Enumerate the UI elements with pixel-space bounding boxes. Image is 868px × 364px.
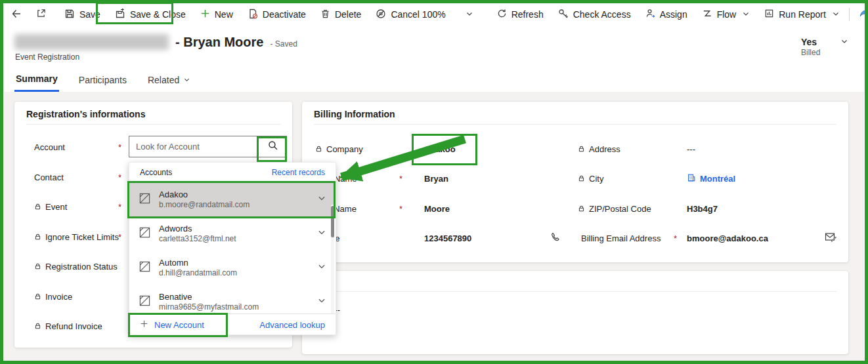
row-firstname-city: First Name * Bryan City Montréal	[302, 165, 848, 192]
account-entity-icon	[139, 294, 151, 310]
run-report-button[interactable]: Run Report	[757, 4, 847, 25]
required-asterisk: *	[399, 204, 402, 214]
save-status: - Saved	[270, 35, 297, 49]
flyout-entity-label: Accounts	[140, 168, 172, 177]
save-icon	[64, 9, 75, 21]
new-label: New	[215, 9, 233, 20]
back-button[interactable]	[4, 4, 29, 25]
required-asterisk: *	[674, 233, 677, 243]
chevron-down-icon	[742, 9, 750, 20]
lookup-result-adwords[interactable]: Adwordscarletta3152@ftml.net	[129, 216, 336, 251]
plus-icon	[140, 319, 148, 330]
row-lastname-zip: Last Name * Moore ZIP/Postal Code H3b4g7	[302, 195, 848, 222]
lock-icon	[315, 145, 322, 153]
chevron-down-icon	[832, 9, 840, 20]
lower-section: ---	[302, 271, 848, 354]
new-button[interactable]: New	[193, 4, 240, 25]
save-and-close-icon	[115, 9, 125, 21]
delete-button[interactable]: Delete	[313, 4, 368, 25]
flyout-scrollbar[interactable]	[331, 205, 334, 313]
refresh-icon	[497, 9, 507, 20]
overflow-menu-button[interactable]	[457, 4, 481, 25]
chevron-down-icon[interactable]	[317, 262, 326, 273]
trash-icon	[320, 9, 330, 21]
city-value-link[interactable]: Montréal	[687, 173, 735, 184]
deactivate-label: Deactivate	[263, 9, 306, 20]
lookup-result-automn[interactable]: Automnd.hill@randatmail.com	[129, 251, 336, 285]
plus-icon	[200, 9, 210, 20]
lock-icon	[34, 203, 41, 211]
app-window: Save Save & Close New Deactivate Delete …	[0, 0, 868, 364]
new-account-button[interactable]: New Account	[140, 319, 204, 330]
building-icon	[687, 173, 696, 184]
email-icon[interactable]	[825, 232, 836, 245]
deactivate-icon	[248, 9, 258, 21]
share-button[interactable]: Share	[852, 4, 868, 25]
section-title: Billing Information	[314, 109, 395, 119]
flow-icon	[702, 9, 712, 20]
billed-value: Yes	[801, 37, 817, 47]
lock-icon	[34, 322, 41, 330]
lookup-result-adakoo[interactable]: Adakoob.moore@randatmail.com	[129, 182, 336, 216]
search-icon	[267, 140, 278, 153]
lookup-search-button[interactable]	[259, 136, 286, 157]
popout-button[interactable]	[29, 4, 53, 25]
save-and-close-button[interactable]: Save & Close	[108, 4, 193, 25]
assign-button[interactable]: Assign	[638, 4, 695, 25]
row-phone-email: Phone 1234567890 Billing Email Address *…	[302, 225, 848, 251]
phone-value: 1234567890	[424, 233, 471, 243]
tab-summary[interactable]: Summary	[14, 72, 59, 92]
required-asterisk: *	[118, 142, 121, 152]
advanced-lookup-link[interactable]: Advanced lookup	[259, 320, 325, 330]
entity-name: Event Registration	[15, 52, 79, 62]
chevron-down-icon[interactable]	[317, 228, 326, 239]
record-header: - Bryan Moore - Saved Event Registration…	[4, 29, 864, 68]
lock-icon	[578, 145, 585, 153]
chevron-down-icon	[840, 37, 848, 47]
required-asterisk: *	[118, 202, 121, 212]
billing-section: Billing Information Company Adakoo Addre…	[302, 102, 848, 262]
account-lookup-input[interactable]	[129, 142, 259, 152]
flyout-header: Accounts Recent records	[129, 163, 336, 182]
check-access-button[interactable]: Check Access	[551, 4, 638, 25]
tab-participants[interactable]: Participants	[77, 72, 128, 92]
first-name-value: Bryan	[424, 174, 448, 184]
save-and-close-label: Save & Close	[130, 9, 186, 20]
lock-icon	[578, 205, 585, 212]
save-button[interactable]: Save	[57, 4, 108, 25]
cancel-label: Cancel 100%	[391, 9, 445, 20]
row-company-address: Company Adakoo Address ---	[302, 136, 848, 162]
scrollbar-thumb[interactable]	[331, 206, 334, 237]
billing-email-value: bmoore@adakoo.ca	[687, 233, 768, 243]
command-bar: Save Save & Close New Deactivate Delete …	[4, 3, 864, 26]
flow-button[interactable]: Flow	[695, 4, 758, 25]
lookup-result-benative[interactable]: Benativemirna9685@myfastmail.com	[129, 285, 336, 313]
chevron-down-icon[interactable]	[317, 296, 326, 308]
cancel-button[interactable]: Cancel 100%	[368, 4, 452, 25]
field-account: Account *	[14, 134, 292, 160]
recent-records-link[interactable]: Recent records	[272, 168, 325, 177]
run-report-label: Run Report	[779, 9, 826, 20]
section-divider	[314, 291, 836, 292]
tab-related[interactable]: Related	[146, 72, 192, 92]
form-tabs: Summary Participants Related	[14, 72, 192, 92]
cancel-icon	[376, 9, 386, 21]
account-lookup-field[interactable]	[129, 136, 287, 157]
zip-value: H3b4g7	[687, 204, 718, 214]
required-asterisk: *	[118, 172, 121, 182]
assign-label: Assign	[660, 9, 687, 20]
record-title: - Bryan Moore	[175, 35, 263, 50]
last-name-value: Moore	[424, 204, 450, 214]
billed-header-field[interactable]: Yes Billed	[801, 37, 852, 57]
company-value: Adakoo	[424, 144, 456, 154]
redacted-record-name	[14, 34, 169, 50]
deactivate-button[interactable]: Deactivate	[240, 4, 313, 25]
required-asterisk: *	[118, 232, 121, 242]
refresh-button[interactable]: Refresh	[490, 4, 551, 25]
section-divider	[26, 124, 280, 125]
person-icon	[645, 9, 655, 20]
account-entity-icon	[139, 260, 151, 275]
phone-icon[interactable]	[550, 232, 561, 245]
chevron-down-icon[interactable]	[317, 193, 326, 205]
required-asterisk: *	[399, 174, 402, 184]
